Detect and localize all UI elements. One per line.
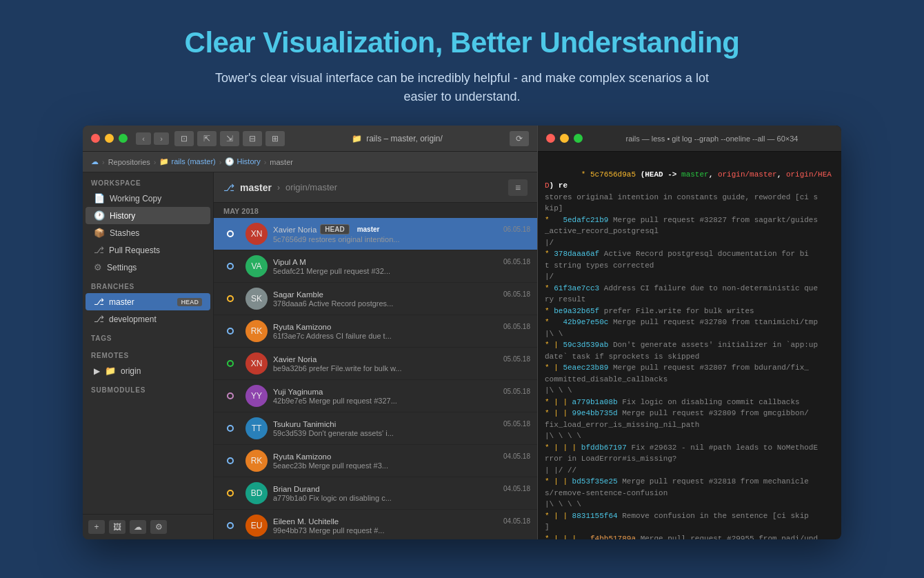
commit-row[interactable]: RK Ryuta Kamizono 06.05.18 61f3ae7c Addr… bbox=[214, 315, 537, 348]
terminal-msg-7b: date` task if sprockets is skipped bbox=[545, 352, 699, 361]
terminal-hash-1: 5c7656d9a5 bbox=[590, 170, 641, 179]
sidebar-stashes-label: Stashes bbox=[110, 228, 139, 238]
head-tag-1: HEAD bbox=[320, 224, 349, 235]
terminal-close[interactable] bbox=[546, 134, 555, 143]
terminal-msg-11b: rror in LoadError#is_missing? bbox=[545, 455, 676, 463]
titlebar-center: 📁 rails – master, origin/ bbox=[285, 134, 510, 143]
terminal-hash-10: 99e4bb735d bbox=[572, 409, 618, 417]
terminal-star-5: * bbox=[545, 307, 554, 315]
titlebar-icons: ⊡ ⇱ ⇲ ⊟ ⊞ bbox=[174, 131, 285, 146]
commit-row[interactable]: TT Tsukuru Tanimichi 05.05.18 59c3d539 D… bbox=[214, 412, 537, 445]
icon-btn-4[interactable]: ⊟ bbox=[243, 131, 262, 146]
list-menu-button[interactable]: ≡ bbox=[508, 179, 528, 196]
commit-date-3: 06.05.18 bbox=[503, 290, 530, 298]
commit-row[interactable]: YY Yuji Yaginuma 05.05.18 42b9e7e5 Merge… bbox=[214, 380, 537, 412]
tower-body: Workspace 📄 Working Copy 🕐 History 📦 Sta… bbox=[83, 172, 537, 539]
sidebar-item-pull-requests[interactable]: ⎇ Pull Requests bbox=[86, 241, 210, 259]
terminal-line-9: * | | a779b1a08b Fix logic on disabling … bbox=[545, 397, 834, 408]
breadcrumb-master: master bbox=[270, 158, 293, 166]
terminal-pipe-2: |/ bbox=[545, 272, 554, 281]
terminal-msg-2b: _active_record_postgresql bbox=[545, 227, 659, 235]
commit-row[interactable]: SK Sagar Kamble 06.05.18 378daaa6 Active… bbox=[214, 283, 537, 315]
commit-date-7: 05.05.18 bbox=[503, 420, 530, 428]
commit-dot-7 bbox=[227, 425, 234, 432]
terminal-pipe-3: |\ \ bbox=[545, 330, 563, 338]
terminal-line-1b: stores original intention in constants g… bbox=[545, 192, 834, 203]
terminal-head: (HEAD -> bbox=[641, 170, 681, 179]
icon-btn-3[interactable]: ⇲ bbox=[220, 131, 239, 146]
terminal-star: * bbox=[581, 170, 590, 179]
terminal-paren: ) re bbox=[550, 181, 568, 190]
commit-msg-6: 42b9e7e5 Merge pull request #327... bbox=[273, 397, 530, 405]
breadcrumb-repositories[interactable]: Repositories bbox=[108, 158, 150, 166]
branch-development-icon: ⎇ bbox=[94, 314, 104, 324]
terminal-line-pipe1: |/ bbox=[545, 237, 834, 249]
icon-btn-2[interactable]: ⇱ bbox=[197, 131, 217, 146]
sidebar-item-working-copy[interactable]: 📄 Working Copy bbox=[86, 190, 210, 207]
pull-requests-icon: ⎇ bbox=[94, 245, 104, 255]
submodules-label: Submodules bbox=[83, 379, 213, 397]
sidebar-item-stashes[interactable]: 📦 Stashes bbox=[86, 224, 210, 241]
titlebar-nav: ‹ › bbox=[136, 132, 169, 145]
commit-row[interactable]: XN Xavier Noria 05.05.18 be9a32b6 prefer… bbox=[214, 348, 537, 380]
terminal-star-7: * | bbox=[545, 341, 563, 349]
terminal-line-pipe2: |/ bbox=[545, 271, 834, 283]
terminal-msg-4: Address CI failure due to non-determinis… bbox=[599, 284, 818, 292]
commit-dot-1 bbox=[227, 230, 234, 237]
commit-info-8: Ryuta Kamizono 04.05.18 5eaec23b Merge p… bbox=[273, 452, 530, 470]
terminal-hash-8: 5eaec23b89 bbox=[563, 363, 608, 372]
commit-msg-7: 59c3d539 Don't generate assets' i... bbox=[273, 429, 530, 437]
terminal-msg-10: Merge pull request #32809 from gmcgibbon… bbox=[618, 409, 809, 417]
sync-button[interactable]: ⟳ bbox=[510, 131, 529, 146]
sidebar-bottom: + 🖼 ☁ ⚙ bbox=[83, 514, 213, 539]
terminal-fullscreen[interactable] bbox=[574, 134, 583, 143]
terminal-line-1c: kip] bbox=[545, 203, 834, 215]
commit-graph-6 bbox=[221, 392, 240, 399]
terminal-msg-13b: ] bbox=[545, 523, 550, 531]
main-branch-icon: ⎇ bbox=[223, 182, 234, 193]
terminal-pipe-7: |\ \ \ \ bbox=[545, 500, 581, 508]
terminal-msg-6: Merge pull request #32780 from ttanimich… bbox=[608, 318, 818, 326]
terminal-minimize[interactable] bbox=[560, 134, 569, 143]
minimize-button[interactable] bbox=[105, 134, 114, 143]
fullscreen-button[interactable] bbox=[119, 134, 128, 143]
branch-name: master bbox=[240, 182, 272, 193]
back-button[interactable]: ‹ bbox=[136, 132, 151, 145]
cloud-button[interactable]: ☁ bbox=[130, 520, 146, 534]
avatar-10: EU bbox=[245, 515, 268, 537]
commit-author-2: Vipul A M bbox=[273, 258, 306, 266]
terminal-msg-12: Merge pull request #32818 from mechanicl… bbox=[618, 477, 809, 486]
add-button[interactable]: + bbox=[88, 520, 105, 534]
terminal-line-pipe4: |\ \ \ bbox=[545, 385, 834, 397]
sidebar-item-history[interactable]: 🕐 History bbox=[86, 207, 210, 224]
terminal-hash-2: 5edafc21b9 bbox=[563, 216, 608, 224]
sidebar-branch-master[interactable]: ⎇ master HEAD bbox=[86, 293, 210, 310]
commit-author-6: Yuji Yaginuma bbox=[273, 388, 323, 396]
icon-btn-1[interactable]: ⊡ bbox=[174, 131, 194, 146]
terminal-line-3b: t string types corrected bbox=[545, 260, 834, 272]
breadcrumb-repo[interactable]: 📁 rails (master) bbox=[159, 157, 215, 166]
commit-row[interactable]: BD Brian Durand 04.05.18 a779b1a0 Fix lo… bbox=[214, 477, 537, 510]
sidebar-branch-development[interactable]: ⎇ development bbox=[86, 310, 210, 328]
terminal-line-1: * 5c7656d9a5 (HEAD -> master, origin/mas… bbox=[545, 157, 834, 192]
close-button[interactable] bbox=[91, 134, 100, 143]
commit-row[interactable]: EU Eileen M. Uchitelle 04.05.18 99e4bb73… bbox=[214, 510, 537, 539]
forward-button[interactable]: › bbox=[154, 132, 169, 145]
icon-btn-5[interactable]: ⊞ bbox=[265, 131, 285, 146]
photo-button[interactable]: 🖼 bbox=[109, 520, 125, 534]
page-subtitle: Tower's clear visual interface can be in… bbox=[214, 69, 710, 106]
sidebar-remote-origin[interactable]: ▶ 📁 origin bbox=[86, 362, 210, 379]
gear-button[interactable]: ⚙ bbox=[150, 520, 167, 534]
breadcrumb-history[interactable]: 🕐 History bbox=[225, 157, 260, 166]
commit-top-1: Xavier Noria HEAD master 06.05.18 bbox=[273, 224, 530, 235]
terminal-body[interactable]: * 5c7656d9a5 (HEAD -> master, origin/mas… bbox=[538, 152, 841, 539]
branch-selector[interactable]: master bbox=[240, 182, 272, 193]
commit-date-5: 05.05.18 bbox=[503, 355, 530, 363]
commit-row[interactable]: RK Ryuta Kamizono 04.05.18 5eaec23b Merg… bbox=[214, 445, 537, 477]
branches-label: Branches bbox=[83, 276, 213, 293]
terminal-hash-11: bfddb67197 bbox=[581, 444, 627, 452]
terminal-line-12b: s/remove-sentence-confusion bbox=[545, 488, 834, 499]
commit-row[interactable]: VA Vipul A M 06.05.18 5edafc21 Merge pul… bbox=[214, 250, 537, 283]
commit-row[interactable]: XN Xavier Noria HEAD master 06.05.18 5c7… bbox=[214, 218, 537, 250]
sidebar-item-settings[interactable]: ⚙ Settings bbox=[86, 259, 210, 276]
